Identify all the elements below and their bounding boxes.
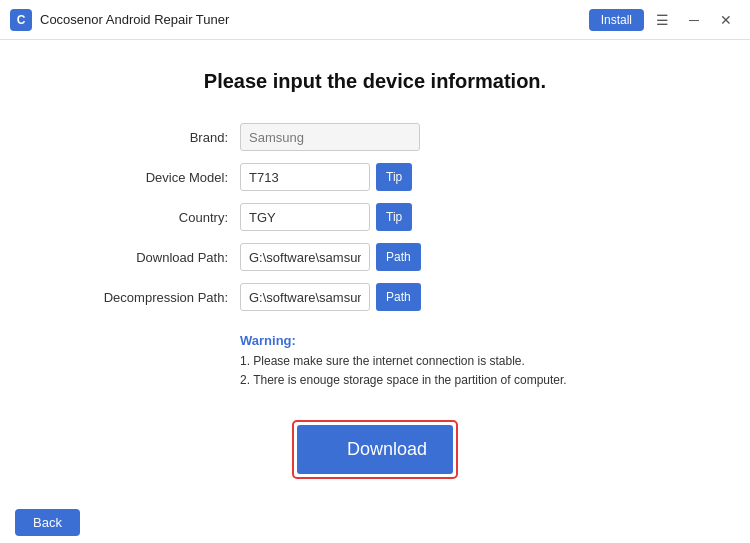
model-input[interactable] — [240, 163, 370, 191]
decompression-path-input[interactable] — [240, 283, 370, 311]
country-row: Country: Tip — [95, 203, 655, 231]
download-button[interactable]: Download — [297, 425, 453, 474]
download-button-wrapper: Download — [292, 420, 458, 479]
download-path-input[interactable] — [240, 243, 370, 271]
install-button[interactable]: Install — [589, 9, 644, 31]
warning-section: Warning: 1. Please make sure the interne… — [95, 333, 655, 390]
download-path-button[interactable]: Path — [376, 243, 421, 271]
country-input[interactable] — [240, 203, 370, 231]
minimize-icon: ─ — [689, 12, 699, 28]
decompression-path-row: Decompression Path: Path — [95, 283, 655, 311]
close-button[interactable]: ✕ — [712, 8, 740, 32]
decompression-path-button[interactable]: Path — [376, 283, 421, 311]
page-title: Please input the device information. — [204, 70, 546, 93]
warning-item-1: 1. Please make sure the internet connect… — [240, 352, 655, 371]
app-title: Cocosenor Android Repair Tuner — [40, 12, 229, 27]
app-icon: C — [10, 9, 32, 31]
download-path-row: Download Path: Path — [95, 243, 655, 271]
title-bar: C Cocosenor Android Repair Tuner Install… — [0, 0, 750, 40]
download-path-label: Download Path: — [95, 250, 240, 265]
form-container: Brand: Device Model: Tip Country: Tip Do… — [95, 123, 655, 323]
warning-title: Warning: — [240, 333, 655, 348]
hamburger-icon: ☰ — [656, 12, 669, 28]
footer: Back — [0, 499, 750, 543]
model-tip-button[interactable]: Tip — [376, 163, 412, 191]
decompression-path-label: Decompression Path: — [95, 290, 240, 305]
model-row: Device Model: Tip — [95, 163, 655, 191]
brand-row: Brand: — [95, 123, 655, 151]
title-bar-left: C Cocosenor Android Repair Tuner — [10, 9, 229, 31]
minimize-button[interactable]: ─ — [680, 8, 708, 32]
brand-label: Brand: — [95, 130, 240, 145]
title-bar-right: Install ☰ ─ ✕ — [589, 8, 740, 32]
main-content: Please input the device information. Bra… — [0, 40, 750, 499]
warning-item-2: 2. There is enouge storage space in the … — [240, 371, 655, 390]
download-section: Download — [292, 420, 458, 479]
close-icon: ✕ — [720, 12, 732, 28]
hamburger-button[interactable]: ☰ — [648, 8, 676, 32]
model-label: Device Model: — [95, 170, 240, 185]
brand-input[interactable] — [240, 123, 420, 151]
country-tip-button[interactable]: Tip — [376, 203, 412, 231]
country-label: Country: — [95, 210, 240, 225]
back-button[interactable]: Back — [15, 509, 80, 536]
